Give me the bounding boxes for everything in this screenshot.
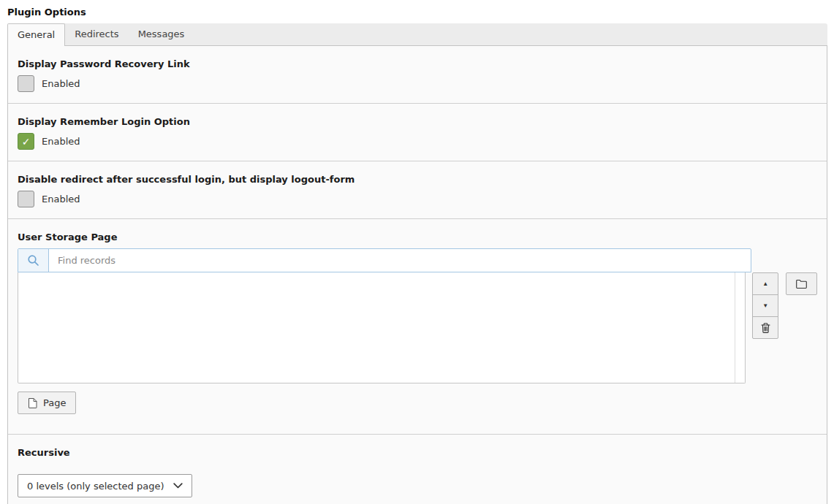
checkbox-row: ✓ Enabled bbox=[18, 133, 817, 150]
record-controls: ▲ ▼ bbox=[752, 272, 778, 339]
field-label: Display Remember Login Option bbox=[18, 116, 817, 128]
add-page-button[interactable]: Page bbox=[18, 392, 76, 414]
field-label: User Storage Page bbox=[18, 232, 817, 243]
search-icon bbox=[27, 254, 39, 267]
checkbox-label[interactable]: Enabled bbox=[42, 78, 80, 89]
chevron-down-icon bbox=[173, 483, 183, 489]
field-label: Disable redirect after successful login,… bbox=[18, 174, 817, 186]
move-up-button[interactable]: ▲ bbox=[752, 272, 778, 295]
remember-login-checkbox[interactable]: ✓ bbox=[18, 133, 34, 150]
record-search-group bbox=[18, 248, 751, 272]
field-label: Recursive bbox=[18, 447, 817, 459]
search-addon bbox=[18, 249, 49, 272]
password-recovery-checkbox[interactable]: ✓ bbox=[18, 75, 34, 92]
record-search-input[interactable] bbox=[49, 249, 751, 272]
arrow-down-icon: ▼ bbox=[762, 303, 768, 309]
trash-icon bbox=[760, 322, 771, 334]
page-button-label: Page bbox=[43, 397, 66, 408]
checkbox-row: ✓ Enabled bbox=[18, 75, 817, 92]
field-user-storage: User Storage Page ▲ bbox=[8, 219, 827, 435]
move-down-button[interactable]: ▼ bbox=[752, 294, 778, 317]
tab-redirects[interactable]: Redirects bbox=[65, 23, 128, 45]
checkbox-row: ✓ Enabled bbox=[18, 191, 817, 207]
page-title: Plugin Options bbox=[7, 7, 827, 18]
folder-icon bbox=[795, 278, 808, 289]
check-icon: ✓ bbox=[22, 137, 31, 147]
tab-content-general: Display Password Recovery Link ✓ Enabled… bbox=[7, 45, 827, 504]
arrow-up-icon: ▲ bbox=[762, 281, 768, 287]
recursive-select[interactable]: 0 levels (only selected page) bbox=[18, 474, 192, 497]
field-disable-redirect: Disable redirect after successful login,… bbox=[8, 161, 827, 219]
tab-messages[interactable]: Messages bbox=[129, 23, 194, 45]
field-password-recovery: Display Password Recovery Link ✓ Enabled bbox=[8, 46, 827, 104]
field-label: Display Password Recovery Link bbox=[18, 58, 817, 70]
scrollbar-track bbox=[735, 272, 735, 383]
checkbox-label[interactable]: Enabled bbox=[42, 194, 80, 205]
field-remember-login: Display Remember Login Option ✓ Enabled bbox=[8, 104, 827, 161]
tab-general[interactable]: General bbox=[7, 23, 65, 46]
storage-row: ▲ ▼ bbox=[18, 272, 817, 383]
recursive-select-value: 0 levels (only selected page) bbox=[27, 481, 164, 492]
checkbox-label[interactable]: Enabled bbox=[42, 136, 80, 147]
plugin-options-panel: Plugin Options General Redirects Message… bbox=[7, 0, 827, 504]
selected-records-listbox[interactable] bbox=[18, 272, 746, 383]
tab-bar: General Redirects Messages bbox=[7, 23, 827, 45]
browse-records-button[interactable] bbox=[786, 272, 817, 295]
page-icon bbox=[28, 397, 37, 409]
disable-redirect-checkbox[interactable]: ✓ bbox=[18, 191, 34, 207]
field-recursive: Recursive 0 levels (only selected page) bbox=[8, 435, 827, 504]
delete-record-button[interactable] bbox=[752, 316, 778, 339]
